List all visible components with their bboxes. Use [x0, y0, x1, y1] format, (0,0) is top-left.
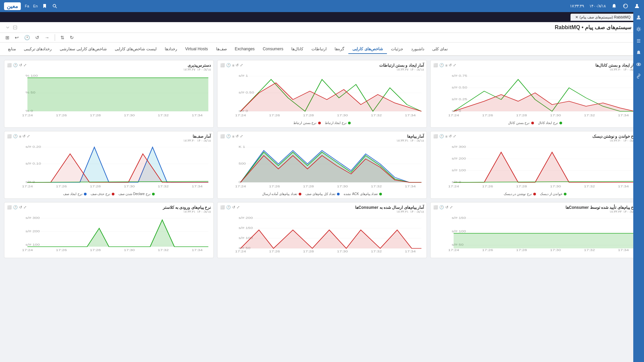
sidebar-eye-icon[interactable] [636, 62, 641, 68]
chart-avail-csv[interactable]: ⬜ [7, 63, 12, 67]
sidebar-list-icon[interactable] [636, 38, 641, 45]
chart-channels-csv[interactable]: ⬜ [433, 63, 438, 67]
toolbar-btn-refresh[interactable]: ↺ [34, 34, 41, 41]
svg-text:17:26: 17:26 [269, 250, 280, 253]
chart-cluster-date: ۱۴۰۰/۸/۱۸ ۱۷:۳۴:۴۱ [163, 210, 211, 214]
chart-msg-csv[interactable]: ⬜ [220, 134, 225, 138]
chart-cack-refresh[interactable]: ↺ [445, 205, 448, 209]
chart-channels-refresh[interactable]: ↺ [449, 63, 452, 67]
chart-cluster-csv[interactable]: ⬜ [7, 205, 12, 209]
chart-msg-history[interactable]: 🕐 [226, 134, 231, 138]
chart-queues-csv[interactable]: ⬜ [7, 134, 12, 138]
svg-text:17:32: 17:32 [584, 114, 595, 117]
chart-conn-menu[interactable]: ≡ [232, 63, 234, 67]
toolbar-btn-forward[interactable]: → [43, 34, 51, 41]
nav-performance[interactable]: شاخص‌های کارایی [348, 45, 387, 54]
nav-exchanges[interactable]: Exchanges [231, 45, 259, 54]
lang-fa[interactable]: Fa [25, 4, 29, 8]
toolbar-btn-sync[interactable]: ↻ [68, 34, 75, 41]
chart-cack-csv[interactable]: ⬜ [433, 205, 438, 209]
bookmark-icon[interactable] [42, 3, 48, 9]
chart-cdel-refresh[interactable]: ↺ [232, 205, 235, 209]
svg-text:17:32: 17:32 [158, 248, 169, 252]
svg-text:200 #/s: 200 #/s [239, 216, 253, 220]
chart-conn-history[interactable]: 🕐 [226, 63, 231, 67]
toolbar-btn-grid[interactable]: ⊞ [4, 34, 11, 41]
chart-disk-menu[interactable]: ≡ [445, 134, 447, 138]
chart-avail-history[interactable]: 🕐 [13, 63, 18, 67]
chart-disk-history[interactable]: 🕐 [439, 134, 444, 138]
chart-cluster-expand[interactable]: ⤢ [23, 205, 27, 209]
chart-channels-history[interactable]: 🕐 [439, 63, 444, 67]
chart-cack-expand[interactable]: ⤢ [450, 205, 453, 209]
chart-disk-csv[interactable]: ⬜ [433, 134, 438, 138]
chart-cdel-csv[interactable]: ⬜ [220, 205, 225, 209]
svg-text:1 K: 1 K [239, 145, 245, 148]
nav-resources[interactable]: منابع [4, 45, 20, 54]
tab-rabbitmq[interactable]: RabbitMQ (سیستم‌های صف پیام) ✕ [571, 13, 634, 21]
chart-avail-refresh[interactable]: ↺ [19, 63, 22, 67]
chart-channels-title: آمار ایجاد و بستن کانال‌ها [595, 63, 637, 68]
chart-conn-refresh[interactable]: ↺ [236, 63, 239, 67]
svg-text:17:26: 17:26 [56, 114, 67, 117]
nav-overview[interactable]: نمای کلی [428, 45, 452, 54]
nav-composite[interactable]: رخدادهای ترکیبی [20, 45, 56, 54]
svg-text:500: 500 [239, 162, 246, 165]
svg-text:17:34: 17:34 [405, 114, 416, 117]
nav-details[interactable]: جزئیات [387, 45, 407, 54]
chart-disk-refresh[interactable]: ↺ [449, 134, 452, 138]
lang-en[interactable]: En [33, 4, 38, 8]
sidebar-bell-icon[interactable] [636, 50, 641, 56]
date-display: ۱۴۰۰/۸/۱۸ [589, 4, 606, 8]
chart-queues-menu[interactable]: ≡ [19, 134, 21, 138]
nav-consumers[interactable]: Consumers [259, 45, 287, 54]
sidebar-link-icon[interactable] [636, 73, 641, 80]
chart-channels-menu[interactable]: ≡ [445, 63, 447, 67]
time-display: ۱۷:۳۴:۴۹ [570, 4, 584, 8]
chart-conn-csv[interactable]: ⬜ [220, 63, 225, 67]
chart-channels-expand[interactable]: ⤢ [453, 63, 456, 67]
chart-conn-expand[interactable]: ⤢ [240, 63, 243, 67]
chart-cdel-history[interactable]: 🕐 [226, 205, 231, 209]
chart-cdel-expand[interactable]: ⤢ [237, 205, 240, 209]
chart-cluster-history[interactable]: 🕐 [13, 205, 18, 209]
chart-cluster-incoming: نرخ پیام‌های ورودی به کلاستر ۱۴۰۰/۸/۱۸ ۱… [4, 202, 214, 258]
tab-close-button[interactable]: ✕ [575, 15, 578, 19]
svg-text:17:34: 17:34 [192, 185, 203, 188]
nav-queues[interactable]: صف‌ها [212, 45, 231, 54]
chart-queues-refresh[interactable]: ↺ [22, 134, 26, 138]
chart-msg-menu[interactable]: ≡ [232, 134, 234, 138]
nav-dashboard[interactable]: داشبورد [407, 45, 428, 54]
chart-msg-expand[interactable]: ⤢ [240, 134, 243, 138]
chart-disk-expand[interactable]: ⤢ [453, 134, 456, 138]
toolbar-btn-history[interactable]: 🕐 [23, 34, 31, 41]
sidebar-settings-icon[interactable] [636, 26, 641, 33]
nav-events[interactable]: رخدادها [161, 45, 181, 54]
nav-perf-list[interactable]: لیست شاخص‌های کارایی [111, 45, 161, 54]
chart-cluster-refresh[interactable]: ↺ [19, 205, 22, 209]
svg-text:17:24: 17:24 [22, 248, 33, 252]
search-icon[interactable] [52, 3, 58, 9]
svg-text:17:26: 17:26 [482, 248, 493, 252]
bell-icon[interactable] [611, 3, 617, 9]
chart-queues-history[interactable]: 🕐 [13, 134, 18, 138]
toolbar-btn-sort[interactable]: ⇅ [59, 34, 66, 41]
help-icon[interactable]: ? [623, 3, 629, 9]
chart-cack-history[interactable]: 🕐 [439, 205, 444, 209]
chart-disk-area: 300 #/s 200 #/s 100 #/s 0 #/s 17:24 17:2… [433, 144, 637, 191]
chart-consumer-deliver-date: ۱۴۰۰/۸/۱۸ ۱۷:۳۴:۴۱ [355, 210, 424, 214]
user-icon[interactable] [634, 3, 640, 9]
nav-nodes[interactable]: گره‌ها [331, 45, 348, 54]
svg-text:150 #/s: 150 #/s [239, 226, 253, 230]
nav-channels[interactable]: کانال‌ها [287, 45, 307, 54]
nav-connections[interactable]: ارتباطات [307, 45, 331, 54]
chart-msg-refresh[interactable]: ↺ [236, 134, 239, 138]
chart-avail-expand[interactable]: ⤢ [23, 63, 27, 67]
nav-virtual-hosts[interactable]: Virtual Hosts [181, 45, 212, 54]
breadcrumb-icons [5, 25, 17, 30]
toolbar-btn-back[interactable]: ↩ [13, 34, 20, 41]
nav-custom-perf[interactable]: شاخص‌های کارایی سفارشی [56, 45, 111, 54]
chart-avail-date: ۱۴۰۰/۸/۱۸ ۱۷:۳۴:۴۷ [183, 68, 211, 71]
sidebar-user-icon[interactable] [636, 15, 641, 21]
chart-queues-expand[interactable]: ⤢ [27, 134, 30, 138]
